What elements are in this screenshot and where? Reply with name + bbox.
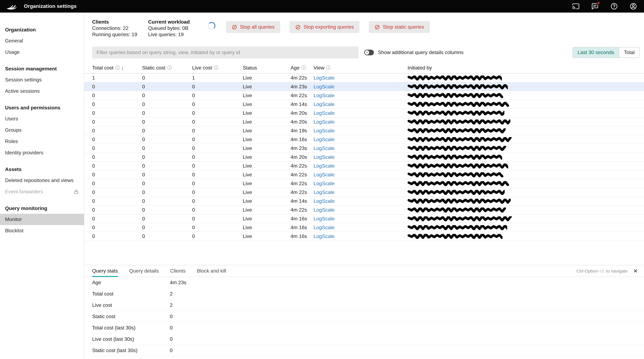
range-total-button[interactable]: Total <box>619 48 639 58</box>
view-link[interactable]: LogScale <box>314 146 334 151</box>
sidebar-item-event-forwarders[interactable]: Event forwarders <box>0 186 84 198</box>
view-link[interactable]: LogScale <box>314 84 334 89</box>
sidebar-item-active-sessions[interactable]: Active sessions <box>0 86 84 97</box>
query-row[interactable]: 000Live4m 16sLogScale <box>84 135 644 144</box>
query-row[interactable]: 000Live4m 22sLogScale <box>84 206 644 214</box>
sidebar-item-identity-providers[interactable]: Identity providers <box>0 147 84 158</box>
stop-static-queries-button[interactable]: Stop static queries <box>369 21 430 33</box>
info-icon[interactable]: ⓘ <box>326 65 331 70</box>
sidebar-item-deleted-repositories-and-views[interactable]: Deleted repositories and views <box>0 175 84 186</box>
cell-live-cost: 0 <box>192 181 243 186</box>
view-link[interactable]: LogScale <box>314 163 334 168</box>
sidebar-item-label: Roles <box>5 139 18 144</box>
query-row[interactable]: 000Live4m 23sLogScale <box>84 144 644 153</box>
sidebar-section-heading-users-and-permissions: Users and permissions <box>0 105 84 111</box>
feedback-chat-icon[interactable] <box>591 2 599 10</box>
cell-view: LogScale <box>314 207 408 213</box>
info-icon[interactable]: ⓘ <box>115 65 120 70</box>
view-link[interactable]: LogScale <box>314 234 334 239</box>
info-icon[interactable]: ⓘ <box>167 65 172 70</box>
query-row[interactable]: 000Live4m 20sLogScale <box>84 153 644 162</box>
cell-total-cost: 0 <box>92 207 142 213</box>
help-icon[interactable] <box>610 2 618 10</box>
query-row[interactable]: 000Live4m 22sLogScale <box>84 170 644 179</box>
view-link[interactable]: LogScale <box>314 207 334 212</box>
tab-clients[interactable]: Clients <box>170 265 186 277</box>
query-table: Total cost ⓘ ↓ Static cost ⓘ Live cost ⓘ… <box>84 62 644 265</box>
cell-total-cost: 0 <box>92 102 142 107</box>
query-row[interactable]: 000Live4m 22sLogScale <box>84 162 644 170</box>
column-header-total-cost[interactable]: Total cost ⓘ ↓ <box>92 65 142 70</box>
cell-view: LogScale <box>314 119 408 125</box>
column-header-live-cost[interactable]: Live cost ⓘ <box>192 65 243 70</box>
sidebar-item-users[interactable]: Users <box>0 113 84 124</box>
cast-icon[interactable] <box>572 2 580 10</box>
query-row[interactable]: 000Live4m 16sLogScale <box>84 223 644 232</box>
sidebar-item-general[interactable]: General <box>0 35 84 46</box>
query-row[interactable]: 000Live4m 16sLogScale <box>84 214 644 223</box>
query-row[interactable]: 000Live4m 23sLogScale <box>84 82 644 91</box>
sidebar-item-roles[interactable]: Roles <box>0 136 84 147</box>
query-row[interactable]: 000Live4m 20sLogScale <box>84 118 644 126</box>
query-row[interactable]: 000Live4m 19sLogScale <box>84 126 644 135</box>
details-tabbar: Query statsQuery detailsClientsBlock and… <box>84 265 644 277</box>
query-row[interactable]: 000Live4m 14sLogScale <box>84 100 644 109</box>
view-link[interactable]: LogScale <box>314 216 334 221</box>
sidebar-item-session-settings[interactable]: Session settings <box>0 74 84 86</box>
view-link[interactable]: LogScale <box>314 75 334 80</box>
column-header-initiated-by[interactable]: Initiated by <box>408 65 644 70</box>
stat-label: Age <box>92 280 170 285</box>
view-link[interactable]: LogScale <box>314 93 334 98</box>
tab-query-details[interactable]: Query details <box>129 265 159 277</box>
stop-exporting-queries-button[interactable]: Stop exporting queries <box>290 21 360 33</box>
crowdstrike-falcon-logo-icon[interactable] <box>6 2 20 11</box>
query-row[interactable]: 000Live4m 14sLogScale <box>84 197 644 206</box>
column-header-status[interactable]: Status <box>243 65 290 70</box>
cell-view: LogScale <box>314 75 408 81</box>
details-columns-toggle[interactable]: ✕ <box>364 50 374 55</box>
cell-view: LogScale <box>314 146 408 151</box>
view-link[interactable]: LogScale <box>314 110 334 116</box>
view-link[interactable]: LogScale <box>314 119 334 124</box>
account-icon[interactable] <box>630 2 637 10</box>
view-link[interactable]: LogScale <box>314 102 334 107</box>
sidebar-item-groups[interactable]: Groups <box>0 124 84 136</box>
query-row[interactable]: 000Live4m 22sLogScale <box>84 91 644 100</box>
info-icon[interactable]: ⓘ <box>302 65 306 70</box>
view-link[interactable]: LogScale <box>314 137 334 142</box>
query-row[interactable]: 000Live4m 16sLogScale <box>84 232 644 241</box>
column-header-static-cost[interactable]: Static cost ⓘ <box>142 65 192 70</box>
tab-query-stats[interactable]: Query stats <box>92 265 118 277</box>
cell-live-cost: 0 <box>192 216 243 222</box>
query-row[interactable]: 000Live4m 20sLogScale <box>84 109 644 118</box>
view-link[interactable]: LogScale <box>314 225 334 230</box>
cell-initiated-by-redacted <box>408 91 644 100</box>
view-link[interactable]: LogScale <box>314 172 334 177</box>
query-row[interactable]: 101Live4m 22sLogScale <box>84 74 644 82</box>
cell-live-cost: 0 <box>192 207 243 213</box>
column-header-view[interactable]: View ⓘ <box>314 65 408 70</box>
range-last-30-seconds-button[interactable]: Last 30 seconds <box>573 48 619 58</box>
stat-value: 4m 23s <box>170 280 644 285</box>
query-row[interactable]: 000Live4m 22sLogScale <box>84 179 644 188</box>
cell-total-cost: 0 <box>92 234 142 239</box>
view-link[interactable]: LogScale <box>314 128 334 133</box>
cell-total-cost: 0 <box>92 181 142 186</box>
view-link[interactable]: LogScale <box>314 181 334 186</box>
sidebar-item-usage[interactable]: Usage <box>0 46 84 58</box>
cell-age: 4m 20s <box>290 110 314 116</box>
column-header-age[interactable]: Age ⓘ <box>290 65 314 70</box>
stop-all-queries-button[interactable]: Stop all queries <box>226 21 280 33</box>
view-link[interactable]: LogScale <box>314 190 334 195</box>
view-link[interactable]: LogScale <box>314 154 334 160</box>
query-filter-input[interactable] <box>92 46 358 58</box>
loading-spinner <box>208 22 216 30</box>
clients-stat-block: Clients Connections: 22 Running queries:… <box>92 19 139 38</box>
info-icon[interactable]: ⓘ <box>214 65 218 70</box>
close-details-button[interactable]: ✕ <box>633 268 638 274</box>
query-row[interactable]: 000Live4m 22sLogScale <box>84 188 644 197</box>
sidebar-item-monitor[interactable]: Monitor <box>0 214 84 225</box>
view-link[interactable]: LogScale <box>314 198 334 204</box>
tab-block-and-kill[interactable]: Block and kill <box>197 265 226 277</box>
sidebar-item-blocklist[interactable]: Blocklist <box>0 225 84 236</box>
